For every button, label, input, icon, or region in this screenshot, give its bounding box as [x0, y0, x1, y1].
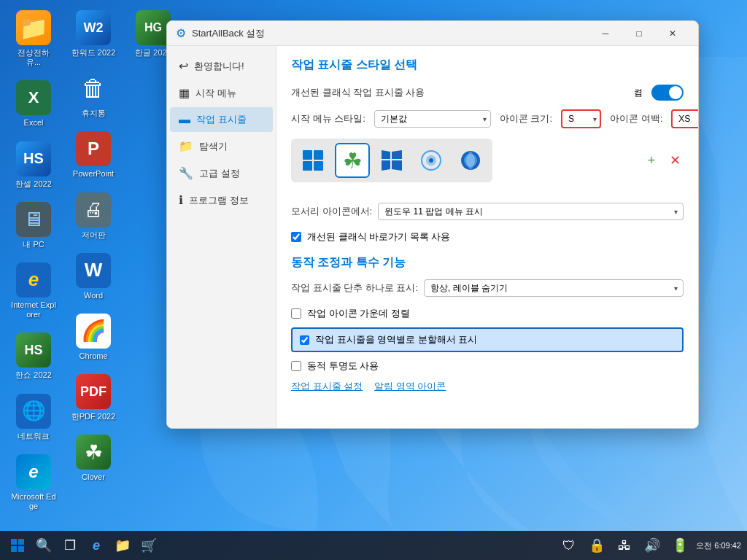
desktop-icon-recycle[interactable]: 🗑 휴지통 — [67, 68, 120, 121]
sidebar-item-taskbar[interactable]: ▬ 작업 표시줄 — [170, 107, 273, 132]
desktop-icon-hanshow[interactable]: HS 한쇼 2022 — [7, 330, 60, 383]
dialog-sidebar: ↩ 환영합니다! ▦ 시작 메뉴 ▬ 작업 표시줄 📁 탐색기 🔧 고급 — [167, 46, 276, 428]
icon-option-xp[interactable] — [453, 143, 488, 178]
powerpoint-label: PowerPoint — [73, 169, 114, 179]
dialog-titlebar: ⚙ StartAllBack 설정 ─ □ ✕ — [167, 21, 698, 46]
edge-taskbar-icon[interactable]: e — [85, 534, 108, 557]
checkbox1-input[interactable] — [291, 232, 301, 242]
mypc-label: 내 PC — [23, 240, 44, 249]
icon-option-win10[interactable] — [374, 143, 409, 178]
add-icon-button[interactable]: + — [643, 152, 660, 169]
desktop-icon-word[interactable]: W Word — [67, 250, 120, 303]
start-button[interactable] — [6, 534, 29, 557]
folder-label: 전상전하유... — [10, 48, 57, 67]
desktop-icon-folder[interactable]: 📁 전상전하유... — [7, 7, 60, 70]
desktop-icon-network[interactable]: 🌐 네트워크 — [7, 391, 60, 444]
desktop-icon-clover[interactable]: ☘ Clover — [67, 432, 120, 485]
taskbar-button-label: 작업 표시줄 단추 하나로 표시: — [291, 281, 418, 295]
word-icon: W — [76, 253, 111, 288]
svg-rect-16 — [18, 546, 24, 552]
search-taskbar-button[interactable]: 🔍 — [32, 534, 55, 557]
close-button[interactable]: ✕ — [656, 21, 689, 46]
tray-network-icon[interactable]: 🖧 — [613, 534, 636, 557]
checkbox4-input[interactable] — [291, 361, 301, 371]
desktop-icon-hansel[interactable]: HS 한셀 2022 — [7, 139, 60, 192]
checkbox1-label[interactable]: 개선된 클래식 바로가기 목록 사용 — [307, 230, 450, 244]
icon-padding-select[interactable]: XS — [671, 109, 698, 128]
sidebar-item-startmenu[interactable]: ▦ 시작 메뉴 — [170, 80, 273, 106]
desktop-icon-word2022[interactable]: W2 한워드 2022 — [67, 7, 120, 61]
tray-lock-icon[interactable]: 🔒 — [585, 534, 608, 557]
remove-icon-button[interactable]: ✕ — [666, 152, 684, 169]
dialog-body: ↩ 환영합니다! ▦ 시작 메뉴 ▬ 작업 표시줄 📁 탐색기 🔧 고급 — [167, 46, 698, 428]
svg-rect-2 — [303, 161, 312, 171]
tray-battery-icon[interactable]: 🔋 — [668, 534, 692, 557]
taskbar-clock[interactable]: 오전 6:09:42 — [696, 540, 741, 551]
desktop-icon-mypc[interactable]: 🖥 내 PC — [7, 199, 60, 252]
startmenu-label: 시작 메뉴 — [196, 87, 236, 100]
start-menu-style-wrapper[interactable]: 기본값 — [374, 110, 491, 128]
excel-label: Excel — [24, 118, 44, 128]
desktop-icon-ie[interactable]: e Internet Explorer — [7, 260, 60, 322]
checkbox2-input[interactable] — [291, 308, 301, 319]
icon-size-select[interactable]: S — [561, 109, 601, 128]
dialog-main-content: 작업 표시줄 스타일 선택 개선된 클래식 작업 표시줄 사용 켬 시작 메뉴 … — [276, 46, 698, 428]
icon-size-wrapper[interactable]: S — [561, 109, 601, 128]
store-taskbar-icon[interactable]: 🛒 — [137, 534, 160, 557]
checkbox2-label[interactable]: 작업 아이콘 가운데 정렬 — [307, 307, 410, 320]
icon-option-win11[interactable] — [295, 143, 330, 178]
desktop-icon-chrome[interactable]: 🌈 Chrome — [67, 311, 120, 364]
explorer-icon: 📁 — [179, 139, 193, 153]
taskbar-button-select[interactable]: 항상, 레이블 숨기기 — [424, 279, 684, 297]
desktop-icon-edge[interactable]: e Microsoft Edge — [7, 451, 60, 514]
mypc-icon: 🖥 — [16, 202, 51, 237]
checkbox4-label[interactable]: 동적 투명도 사용 — [307, 359, 379, 373]
checkbox3-label[interactable]: 작업 표시줄을 영역별로 분할해서 표시 — [315, 333, 477, 346]
taskbar-settings-link[interactable]: 작업 표시줄 설정 — [291, 380, 363, 393]
taskbar-button-wrapper[interactable]: 항상, 레이블 숨기기 — [424, 279, 684, 297]
startmenu-icon: ▦ — [179, 86, 190, 100]
folder-icon: 📁 — [16, 10, 51, 45]
style-icon-row: 시작 메뉴 스타일: 기본값 아이콘 크기: S 아이콘 여백: — [291, 109, 684, 128]
sidebar-item-about[interactable]: ℹ 프로그램 정보 — [170, 187, 273, 213]
mouse-icon-wrapper[interactable]: 윈도우 11 팝업 메뉴 표시 — [378, 203, 684, 220]
desktop-icon-powerpoint[interactable]: P PowerPoint — [67, 128, 120, 182]
word2022-icon: W2 — [76, 10, 111, 45]
ie-icon: e — [16, 262, 51, 298]
sidebar-item-welcome[interactable]: ↩ 환영합니다! — [170, 53, 273, 79]
svg-marker-6 — [382, 160, 390, 171]
icon-padding-label: 아이콘 여백: — [610, 112, 662, 125]
clock-time: 오전 6:09:42 — [696, 540, 741, 551]
icon-padding-wrapper[interactable]: XS — [671, 109, 698, 128]
explorer-taskbar-icon[interactable]: 📁 — [111, 534, 134, 557]
powerpoint-icon: P — [76, 131, 111, 166]
maximize-button[interactable]: □ — [622, 21, 656, 46]
taskview-button[interactable]: ❐ — [58, 534, 82, 557]
dialog-title-icon: ⚙ — [176, 26, 186, 40]
section1-title: 작업 표시줄 스타일 선택 — [291, 58, 684, 73]
desktop-icon-excel[interactable]: X Excel — [7, 77, 60, 131]
desktop-icon-print[interactable]: 🖨 저어판 — [67, 190, 120, 243]
checkbox3-highlighted-row: 작업 표시줄을 영역별로 분할해서 표시 — [291, 327, 684, 352]
advanced-label: 고급 설정 — [199, 167, 240, 180]
mouse-icon-select[interactable]: 윈도우 11 팝업 메뉴 표시 — [378, 203, 684, 220]
icon-option-clover[interactable]: ☘ — [335, 143, 370, 178]
checkbox3-input[interactable] — [300, 335, 309, 345]
svg-rect-0 — [303, 150, 312, 160]
tray-volume-icon[interactable]: 🔊 — [640, 534, 664, 557]
icon-options-row: ☘ + ✕ — [291, 139, 684, 192]
icon-option-vista[interactable] — [414, 143, 449, 178]
tray-security-icon[interactable]: 🛡 — [557, 534, 581, 557]
notification-area-link[interactable]: 알림 영역 아이콘 — [374, 380, 446, 393]
start-menu-style-label: 시작 메뉴 스타일: — [291, 112, 365, 125]
network-icon: 🌐 — [16, 394, 51, 429]
hanpdf-icon: PDF — [76, 374, 111, 409]
start-menu-style-select[interactable]: 기본값 — [374, 110, 491, 128]
sidebar-item-advanced[interactable]: 🔧 고급 설정 — [170, 160, 273, 186]
minimize-button[interactable]: ─ — [589, 21, 622, 46]
classic-taskbar-toggle[interactable] — [651, 85, 684, 101]
dialog-controls: ─ □ ✕ — [589, 21, 689, 46]
dialog-title-text: StartAllBack 설정 — [192, 27, 589, 40]
desktop-icon-hanpdf[interactable]: PDF 한PDF 2022 — [67, 371, 120, 424]
sidebar-item-explorer[interactable]: 📁 탐색기 — [170, 133, 273, 159]
